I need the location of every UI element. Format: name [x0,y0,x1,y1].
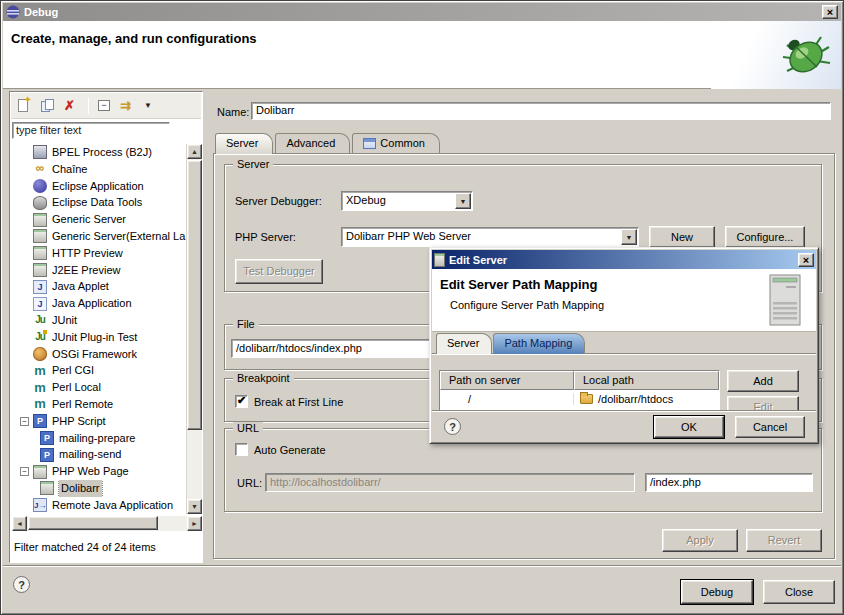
tree-item-php-script[interactable]: −PHP Script [12,413,186,430]
server-icon [33,465,47,479]
tree-item-bpel[interactable]: BPEL Process (B2J) [12,144,186,161]
configuration-tabs: Server Advanced Common [215,133,442,154]
server-icon [33,213,47,227]
server-debugger-select[interactable]: XDebug ▼ [341,191,473,211]
junit-icon [33,313,47,327]
url-label: URL: [237,477,262,489]
url-path-input[interactable]: /index.php [645,473,813,492]
tab-advanced[interactable]: Advanced [275,133,350,154]
toolbar-separator [88,98,89,114]
tree-item-j2ee-preview[interactable]: J2EE Preview [12,262,186,279]
bpel-process-icon [33,145,47,159]
ok-button[interactable]: OK [654,416,724,438]
auto-generate-checkbox[interactable] [235,443,248,456]
filter-status-text: Filter matched 24 of 24 items [12,536,202,560]
scroll-down-icon[interactable]: ▼ [187,499,202,514]
edit-server-header: Edit Server Path Mapping Configure Serve… [432,269,816,332]
debug-button[interactable]: Debug [681,580,753,604]
page-title: Create, manage, and run configurations [3,21,841,46]
new-server-button[interactable]: New [649,226,715,248]
apply-button[interactable]: Apply [662,529,738,552]
collapse-all-icon[interactable]: − [96,98,113,114]
delete-icon[interactable]: ✗ [64,98,81,114]
tab-common[interactable]: Common [352,133,440,154]
tree-item-generic-server[interactable]: Generic Server [12,211,186,228]
collapse-expander-icon[interactable]: − [20,467,29,476]
server-icon [33,246,47,260]
dialog-subheading: Configure Server Path Mapping [432,292,816,311]
duplicate-icon[interactable] [40,98,57,114]
test-debugger-button[interactable]: Test Debugger [235,259,323,284]
tree-item-junit[interactable]: JUnit [12,312,186,329]
cancel-button[interactable]: Cancel [735,416,805,438]
chevron-down-icon[interactable]: ▼ [455,193,471,209]
eclipse-sphere-icon [33,179,47,193]
junit-plugin-icon [33,330,47,344]
break-first-line-label: Break at First Line [254,396,343,408]
tree-item-osgi[interactable]: OSGi Framework [12,346,186,363]
name-input[interactable]: Dolibarr [251,102,831,120]
filter-input[interactable]: type filter text [12,122,170,139]
dialog-help-icon[interactable]: ? [444,418,461,435]
php-icon [40,448,54,462]
tree-item-junit-plugin[interactable]: JUnit Plug-in Test [12,329,186,346]
help-icon[interactable]: ? [13,576,30,593]
tree-horizontal-scrollbar[interactable]: ◄ ► [12,516,202,531]
scroll-up-icon[interactable]: ▲ [187,144,202,159]
green-bug-icon [773,23,835,83]
tree-item-remote-java[interactable]: Remote Java Application [12,497,186,514]
tree-item-perl-local[interactable]: Perl Local [12,379,186,396]
revert-button[interactable]: Revert [746,529,822,552]
chevron-down-icon[interactable]: ▼ [621,229,637,245]
server-icon [434,253,445,267]
tree-item-dolibarr[interactable]: Dolibarr [12,480,186,497]
tree-item-java-application[interactable]: Java Application [12,295,186,312]
collapse-expander-icon[interactable]: − [20,417,29,426]
java-application-icon [33,297,47,311]
column-header-local-path[interactable]: Local path [574,371,719,390]
dropdown-arrow-icon[interactable]: ▼ [144,98,161,114]
perl-camel-icon [33,364,47,378]
tab-server[interactable]: Server [215,133,273,154]
tree-item-chaine[interactable]: Chaîne [12,161,186,178]
tree-item-perl-remote[interactable]: Perl Remote [12,396,186,413]
dialog-heading: Edit Server Path Mapping [432,269,816,292]
edit-server-title: Edit Server [449,254,798,266]
window-titlebar[interactable]: Debug × [3,3,841,21]
tree-item-mailing-prepare[interactable]: mailing-prepare [12,430,186,447]
tree-item-perl-cgi[interactable]: Perl CGI [12,362,186,379]
horizontal-scroll-thumb[interactable] [28,516,158,530]
column-header-path-on-server[interactable]: Path on server [440,371,574,390]
tree-item-generic-server-external[interactable]: Generic Server(External La [12,228,186,245]
filter-icon[interactable]: ⇉ [120,98,137,114]
tree-item-php-web-page[interactable]: −PHP Web Page [12,463,186,480]
new-configuration-icon[interactable] [16,98,33,114]
tree-item-http-preview[interactable]: HTTP Preview [12,245,186,262]
tree-vertical-scrollbar[interactable]: ▲ ▼ [186,144,202,514]
window-close-icon[interactable]: × [822,5,838,19]
scroll-left-icon[interactable]: ◄ [12,516,27,531]
add-mapping-button[interactable]: Add [727,370,799,392]
edit-server-titlebar[interactable]: Edit Server × [432,250,816,269]
scroll-right-icon[interactable]: ► [187,516,202,531]
tree-item-eclipse-application[interactable]: Eclipse Application [12,178,186,195]
php-server-select[interactable]: Dolibarr PHP Web Server ▼ [341,227,639,247]
dialog-tab-server[interactable]: Server [436,333,492,354]
remote-java-icon [33,498,47,512]
configure-button[interactable]: Configure... [725,226,805,248]
tree-item-mailing-send[interactable]: mailing-send [12,446,186,463]
tree-item-java-applet[interactable]: Java Applet [12,278,186,295]
vertical-scroll-thumb[interactable] [187,160,202,430]
break-first-line-checkbox[interactable] [235,395,248,408]
server-icon [33,229,47,243]
dialog-footer: ? Debug Close [3,565,841,612]
dialog-tab-path-mapping[interactable]: Path Mapping [493,333,585,354]
tree-item-eclipse-data-tools[interactable]: Eclipse Data Tools [12,194,186,211]
configurations-panel: ✗ − ⇉ ▼ type filter text BPEL Process (B… [9,91,203,563]
path-mapping-table: Path on server Local path / /dolibarr/ht… [439,370,720,414]
table-row[interactable]: / /dolibarr/htdocs [440,390,719,408]
close-button[interactable]: Close [763,580,835,604]
name-label: Name: [217,106,249,118]
chain-icon [33,162,47,176]
dialog-close-icon[interactable]: × [798,253,814,267]
